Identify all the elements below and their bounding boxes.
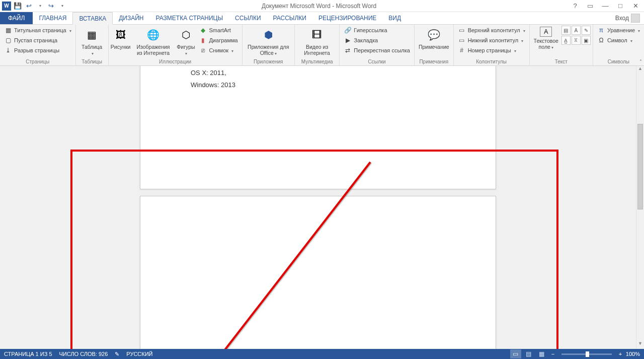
group-pages: ▦Титульная страница ▢Пустая страница ⤓Ра… <box>0 25 76 65</box>
vertical-scrollbar[interactable]: ▲ ▼ <box>636 66 644 349</box>
ribbon-tabs: ФАЙЛ ГЛАВНАЯ ВСТАВКА ДИЗАЙН РАЗМЕТКА СТР… <box>0 12 644 25</box>
ribbon: ▦Титульная страница ▢Пустая страница ⤓Ра… <box>0 25 644 66</box>
maximize-icon[interactable]: □ <box>615 1 626 12</box>
quick-parts-button[interactable]: ▤ <box>561 26 571 35</box>
screenshot-button[interactable]: ⎚Снимок <box>197 46 239 55</box>
chart-icon: ▮ <box>199 36 207 44</box>
zoom-slider[interactable] <box>561 353 612 355</box>
minimize-icon[interactable]: ― <box>600 1 611 12</box>
zoom-out-button[interactable]: − <box>549 351 556 357</box>
tab-file[interactable]: ФАЙЛ <box>0 12 33 24</box>
tab-references[interactable]: ССЫЛКИ <box>229 12 267 24</box>
table-button[interactable]: ▦ Таблица <box>78 26 106 58</box>
group-media: 🎞 Видео из Интернета Мультимедиа <box>295 25 340 65</box>
blank-page-button[interactable]: ▢Пустая страница <box>2 36 73 45</box>
footer-button[interactable]: ▭Нижний колонтитул <box>456 36 527 45</box>
cover-page-button[interactable]: ▦Титульная страница <box>2 26 73 35</box>
doc-line-2: Windows: 2013 <box>191 81 235 89</box>
group-label-text: Текст <box>532 58 591 65</box>
wordart-button[interactable]: A <box>572 26 581 35</box>
textbox-button[interactable]: A Текстовое поле <box>532 26 560 52</box>
header-icon: ▭ <box>458 26 466 34</box>
equation-button[interactable]: πУравнение <box>595 26 642 35</box>
redo-icon[interactable]: ↪ <box>46 2 55 11</box>
bookmark-button[interactable]: ▶Закладка <box>342 36 412 45</box>
sign-in-link[interactable]: Вход <box>611 12 644 24</box>
ribbon-display-options-icon[interactable]: ▭ <box>585 1 596 12</box>
comment-button[interactable]: 💬 Примечание <box>417 26 451 51</box>
symbol-button[interactable]: ΩСимвол <box>595 36 642 45</box>
group-links: 🔗Гиперссылка ▶Закладка ⇄Перекрестная ссы… <box>340 25 415 65</box>
online-pictures-button[interactable]: 🌐Изображения из Интернета <box>132 26 175 57</box>
chart-button[interactable]: ▮Диаграмма <box>197 36 239 45</box>
datetime-button[interactable]: ⧖ <box>572 36 581 45</box>
text-mini-grid: ▤ A ✎ A̲ ⧖ ▣ <box>561 26 591 45</box>
pictures-icon: 🖼 <box>113 27 129 43</box>
header-button[interactable]: ▭Верхний колонтитул <box>456 26 527 35</box>
page-break-icon: ⤓ <box>4 46 12 54</box>
pagenum-icon: # <box>458 46 466 54</box>
tab-mailings[interactable]: РАССЫЛКИ <box>267 12 312 24</box>
status-language[interactable]: РУССКИЙ <box>126 351 152 357</box>
group-label-symbols: Символы <box>595 58 642 65</box>
scroll-down-icon[interactable]: ▼ <box>636 341 644 349</box>
tab-insert[interactable]: ВСТАВКА <box>72 12 113 25</box>
tab-design[interactable]: ДИЗАЙН <box>113 12 149 24</box>
view-weblayout-button[interactable]: ▦ <box>536 349 547 358</box>
group-label-tables: Таблицы <box>78 58 106 65</box>
comment-icon: 💬 <box>426 27 442 43</box>
word-app-icon[interactable]: W <box>2 2 11 11</box>
status-bar: СТРАНИЦА 1 ИЗ 5 ЧИСЛО СЛОВ: 926 ✎ РУССКИ… <box>0 349 644 359</box>
symbol-icon: Ω <box>597 36 605 44</box>
pictures-button[interactable]: 🖼Рисунки <box>111 26 131 51</box>
blank-page-icon: ▢ <box>4 36 12 44</box>
smartart-icon: ◆ <box>199 26 207 34</box>
qat-customize-icon[interactable] <box>57 2 66 11</box>
scroll-up-icon[interactable]: ▲ <box>636 66 644 74</box>
zoom-slider-thumb[interactable] <box>586 351 589 357</box>
tab-view[interactable]: ВИД <box>382 12 407 24</box>
undo-dropdown-icon[interactable] <box>35 2 44 11</box>
collapse-ribbon-icon[interactable]: ˄ <box>639 59 642 64</box>
textbox-icon: A <box>540 27 552 37</box>
table-icon: ▦ <box>84 27 100 43</box>
undo-icon[interactable]: ↩ <box>24 2 33 11</box>
view-printlayout-button[interactable]: ▤ <box>523 349 534 358</box>
tab-layout[interactable]: РАЗМЕТКА СТРАНИЦЫ <box>150 12 229 24</box>
apps-for-office-button[interactable]: ⬢ Приложения для Office <box>245 26 292 58</box>
shapes-icon: ⬡ <box>178 27 194 43</box>
page-number-button[interactable]: #Номер страницы <box>456 46 527 55</box>
online-video-button[interactable]: 🎞 Видео из Интернета <box>297 26 337 57</box>
scrollbar-thumb[interactable] <box>637 124 643 209</box>
apps-icon: ⬢ <box>260 27 276 43</box>
status-wordcount[interactable]: ЧИСЛО СЛОВ: 926 <box>59 351 108 357</box>
help-icon[interactable]: ? <box>570 1 581 12</box>
status-page[interactable]: СТРАНИЦА 1 ИЗ 5 <box>4 351 52 357</box>
tab-review[interactable]: РЕЦЕНЗИРОВАНИЕ <box>312 12 382 24</box>
doc-line-1: OS X: 2011, <box>191 69 226 77</box>
screenshot-icon: ⎚ <box>199 46 207 54</box>
smartart-button[interactable]: ◆SmartArt <box>197 26 239 35</box>
tab-home[interactable]: ГЛАВНАЯ <box>33 12 72 24</box>
status-spellcheck-icon[interactable]: ✎ <box>115 351 119 357</box>
page-break-button[interactable]: ⤓Разрыв страницы <box>2 46 73 55</box>
close-icon[interactable]: ✕ <box>630 1 641 12</box>
sign-in-label: Вход <box>615 15 629 22</box>
group-illustrations: 🖼Рисунки 🌐Изображения из Интернета ⬡Фигу… <box>109 25 243 65</box>
object-button[interactable]: ▣ <box>582 36 591 45</box>
save-icon[interactable]: 💾 <box>13 2 22 11</box>
group-apps: ⬢ Приложения для Office Приложения <box>243 25 295 65</box>
view-readmode-button[interactable]: ▭ <box>510 349 521 358</box>
dropcap-button[interactable]: A̲ <box>561 36 571 45</box>
equation-icon: π <box>597 26 605 34</box>
hyperlink-button[interactable]: 🔗Гиперссылка <box>342 26 412 35</box>
document-page-2[interactable] <box>140 196 496 349</box>
signature-button[interactable]: ✎ <box>582 26 591 35</box>
zoom-percent[interactable]: 100% <box>626 351 640 357</box>
document-page-1[interactable]: OS X: 2011, Windows: 2013 <box>140 66 496 189</box>
cross-reference-button[interactable]: ⇄Перекрестная ссылка <box>342 46 412 55</box>
group-label-illustrations: Иллюстрации <box>111 58 240 65</box>
zoom-in-button[interactable]: + <box>617 351 624 357</box>
document-workspace[interactable]: OS X: 2011, Windows: 2013 ▲ ▼ <box>0 66 644 349</box>
shapes-button[interactable]: ⬡Фигуры <box>176 26 196 58</box>
